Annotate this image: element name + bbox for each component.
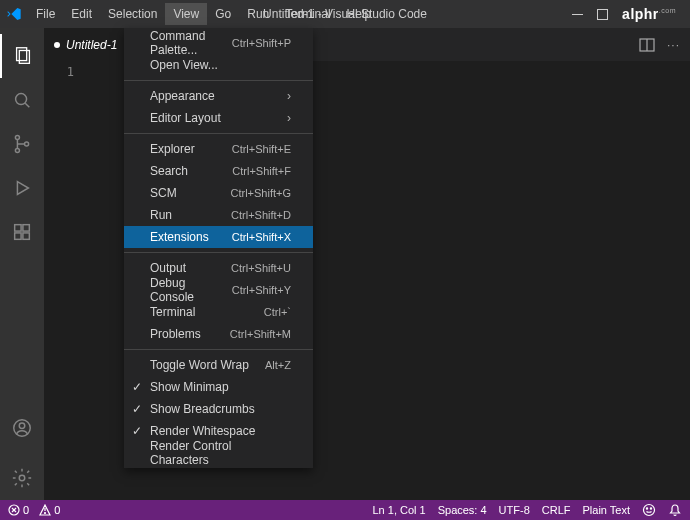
tab-label: Untitled-1: [66, 38, 117, 52]
check-icon: ✓: [132, 424, 142, 438]
svg-rect-1: [598, 9, 608, 19]
menu-separator: [124, 133, 313, 134]
svg-point-26: [650, 508, 651, 509]
settings-gear-icon[interactable]: [0, 456, 44, 500]
menu-view-search[interactable]: SearchCtrl+Shift+F: [124, 160, 313, 182]
menu-separator: [124, 349, 313, 350]
svg-rect-10: [15, 225, 21, 231]
modified-dot-icon: [54, 42, 60, 48]
menu-render-control-characters[interactable]: Render Control Characters: [124, 442, 313, 464]
menu-edit[interactable]: Edit: [63, 3, 100, 25]
svg-rect-11: [15, 233, 21, 239]
svg-rect-2: [17, 48, 27, 61]
svg-line-5: [25, 103, 29, 107]
explorer-icon[interactable]: [0, 34, 44, 78]
line-number: 1: [44, 61, 84, 79]
chevron-right-icon: ›: [287, 111, 291, 125]
status-encoding[interactable]: UTF-8: [499, 504, 530, 516]
status-bar: 0 0 Ln 1, Col 1 Spaces: 4 UTF-8 CRLF Pla…: [0, 500, 690, 520]
run-debug-icon[interactable]: [0, 166, 44, 210]
status-ln-col[interactable]: Ln 1, Col 1: [372, 504, 425, 516]
vscode-logo-icon: [6, 6, 22, 22]
svg-point-4: [16, 94, 27, 105]
source-control-icon[interactable]: [0, 122, 44, 166]
svg-marker-9: [17, 182, 28, 195]
view-menu-dropdown: Command Palette...Ctrl+Shift+P Open View…: [124, 28, 313, 468]
search-icon[interactable]: [0, 78, 44, 122]
check-icon: ✓: [132, 380, 142, 394]
menu-view-run[interactable]: RunCtrl+Shift+D: [124, 204, 313, 226]
alphr-logo: alphr.com: [622, 6, 676, 22]
check-icon: ✓: [132, 402, 142, 416]
more-actions-icon[interactable]: ···: [667, 38, 680, 52]
menu-toggle-word-wrap[interactable]: Toggle Word WrapAlt+Z: [124, 354, 313, 376]
svg-point-8: [25, 142, 29, 146]
menu-show-breadcrumbs[interactable]: ✓Show Breadcrumbs: [124, 398, 313, 420]
menu-view-terminal[interactable]: TerminalCtrl+`: [124, 301, 313, 323]
svg-rect-13: [23, 225, 29, 231]
svg-rect-12: [23, 233, 29, 239]
menu-open-view[interactable]: Open View...: [124, 54, 313, 76]
menu-command-palette[interactable]: Command Palette...Ctrl+Shift+P: [124, 32, 313, 54]
menu-view-scm[interactable]: SCMCtrl+Shift+G: [124, 182, 313, 204]
svg-point-6: [15, 136, 19, 140]
menu-view-debug-console[interactable]: Debug ConsoleCtrl+Shift+Y: [124, 279, 313, 301]
menu-editor-layout[interactable]: Editor Layout›: [124, 107, 313, 129]
chevron-right-icon: ›: [287, 89, 291, 103]
menu-view-extensions[interactable]: ExtensionsCtrl+Shift+X: [124, 226, 313, 248]
title-bar: File Edit Selection View Go Run Terminal…: [0, 0, 690, 28]
menu-appearance[interactable]: Appearance›: [124, 85, 313, 107]
extensions-icon[interactable]: [0, 210, 44, 254]
notifications-bell-icon[interactable]: [668, 503, 682, 517]
menu-view-problems[interactable]: ProblemsCtrl+Shift+M: [124, 323, 313, 345]
menu-view[interactable]: View: [165, 3, 207, 25]
split-editor-icon[interactable]: [639, 37, 655, 53]
status-eol[interactable]: CRLF: [542, 504, 571, 516]
menu-show-minimap[interactable]: ✓Show Minimap: [124, 376, 313, 398]
menu-view-explorer[interactable]: ExplorerCtrl+Shift+E: [124, 138, 313, 160]
activity-bar: [0, 28, 44, 500]
minimize-icon[interactable]: [572, 9, 583, 20]
window-title: Untitled-1 - Visual Studio Code: [263, 7, 427, 21]
status-language[interactable]: Plain Text: [583, 504, 631, 516]
status-warnings[interactable]: 0: [39, 504, 60, 516]
svg-rect-3: [19, 51, 29, 64]
maximize-icon[interactable]: [597, 9, 608, 20]
status-spaces[interactable]: Spaces: 4: [438, 504, 487, 516]
svg-point-25: [646, 508, 647, 509]
svg-rect-0: [572, 14, 583, 15]
status-errors[interactable]: 0: [8, 504, 29, 516]
svg-point-16: [19, 475, 25, 481]
svg-point-7: [15, 148, 19, 152]
menu-separator: [124, 80, 313, 81]
menu-file[interactable]: File: [28, 3, 63, 25]
menu-go[interactable]: Go: [207, 3, 239, 25]
menu-selection[interactable]: Selection: [100, 3, 165, 25]
menu-separator: [124, 252, 313, 253]
svg-point-24: [644, 505, 655, 516]
svg-point-15: [19, 423, 25, 429]
svg-point-23: [45, 513, 46, 514]
accounts-icon[interactable]: [0, 406, 44, 450]
feedback-icon[interactable]: [642, 503, 656, 517]
